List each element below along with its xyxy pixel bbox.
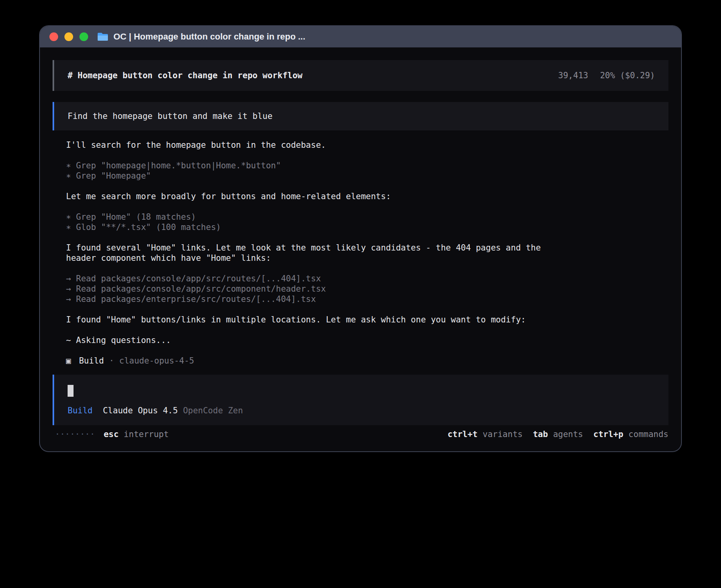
- terminal-window: OC | Homepage button color change in rep…: [39, 25, 682, 452]
- prompt-input[interactable]: Build Claude Opus 4.5 OpenCode Zen: [53, 375, 668, 425]
- assistant-status-text: ~ Asking questions...: [66, 335, 552, 345]
- tool-call-line: ∗ Grep "Homepage": [66, 171, 552, 181]
- assistant-text: I'll search for the homepage button in t…: [66, 140, 552, 150]
- tool-call-line: → Read packages/console/app/src/routes/[…: [66, 273, 552, 284]
- model-label: Claude Opus 4.5: [103, 405, 178, 416]
- user-message: Find the homepage button and make it blu…: [53, 102, 668, 130]
- agent-model: claude-opus-4-5: [119, 356, 194, 366]
- agent-icon: ▣: [66, 356, 71, 366]
- shortcut-key-tab: tab: [533, 429, 548, 439]
- spinner-icon: ········: [55, 429, 95, 439]
- status-bar: ········ esc interrupt ctrl+t variants t…: [53, 429, 668, 439]
- status-bar-right: ctrl+t variants tab agents ctrl+p comman…: [447, 429, 668, 439]
- assistant-text: I found several "Home" links. Let me loo…: [66, 243, 552, 263]
- window-titlebar[interactable]: OC | Homepage button color change in rep…: [40, 26, 681, 47]
- window-title-group: OC | Homepage button color change in rep…: [97, 32, 305, 42]
- minimize-button[interactable]: [64, 32, 73, 41]
- input-status-row: Build Claude Opus 4.5 OpenCode Zen: [68, 405, 655, 416]
- shortcut-label-interrupt: interrupt: [124, 429, 169, 439]
- session-header: # Homepage button color change in repo w…: [53, 60, 668, 91]
- agent-name: Build: [79, 356, 104, 366]
- status-bar-left: ········ esc interrupt: [55, 429, 169, 439]
- token-count: 39,413: [558, 70, 588, 81]
- shortcut-agents: tab agents: [533, 429, 583, 439]
- shortcut-label-variants: variants: [483, 429, 523, 439]
- assistant-text: I found "Home" buttons/links in multiple…: [66, 315, 552, 325]
- agent-separator: ·: [109, 356, 114, 366]
- user-message-text: Find the homepage button and make it blu…: [68, 111, 272, 121]
- close-button[interactable]: [49, 32, 58, 41]
- shortcut-key-esc: esc: [104, 429, 119, 439]
- tool-call-line: ∗ Grep "Home" (18 matches): [66, 212, 552, 222]
- text-cursor: [68, 385, 74, 397]
- tool-call-group: ∗ Grep "Home" (18 matches) ∗ Glob "**/*.…: [66, 212, 552, 232]
- tool-call-line: → Read packages/enterprise/src/routes/[.…: [66, 294, 552, 304]
- shortcut-label-agents: agents: [553, 429, 583, 439]
- shortcut-key-ctrl-p: ctrl+p: [593, 429, 623, 439]
- terminal-content: # Homepage button color change in repo w…: [40, 47, 681, 439]
- tool-call-line: → Read packages/console/app/src/componen…: [66, 284, 552, 294]
- context-usage: 20% ($0.29): [600, 70, 655, 81]
- mode-label: Build: [68, 405, 92, 416]
- tool-call-line: ∗ Glob "**/*.tsx" (100 matches): [66, 222, 552, 232]
- shortcut-commands: ctrl+p commands: [593, 429, 668, 439]
- tool-call-group: → Read packages/console/app/src/routes/[…: [66, 273, 552, 304]
- session-title: # Homepage button color change in repo w…: [68, 70, 302, 81]
- provider-label: OpenCode Zen: [183, 405, 243, 416]
- shortcut-key-ctrl-t: ctrl+t: [447, 429, 478, 439]
- zoom-button[interactable]: [79, 32, 88, 41]
- agent-status: ▣ Build · claude-opus-4-5: [66, 356, 552, 366]
- window-title: OC | Homepage button color change in rep…: [113, 32, 305, 42]
- session-meta: 39,413 20% ($0.29): [558, 70, 655, 81]
- traffic-lights: [49, 32, 88, 41]
- tool-call-line: ∗ Grep "homepage|home.*button|Home.*butt…: [66, 160, 552, 171]
- folder-icon: [97, 32, 109, 41]
- shortcut-label-commands: commands: [629, 429, 668, 439]
- assistant-text: Let me search more broadly for buttons a…: [66, 191, 552, 202]
- shortcut-variants: ctrl+t variants: [447, 429, 523, 439]
- assistant-transcript: I'll search for the homepage button in t…: [66, 140, 552, 366]
- tool-call-group: ∗ Grep "homepage|home.*button|Home.*butt…: [66, 160, 552, 181]
